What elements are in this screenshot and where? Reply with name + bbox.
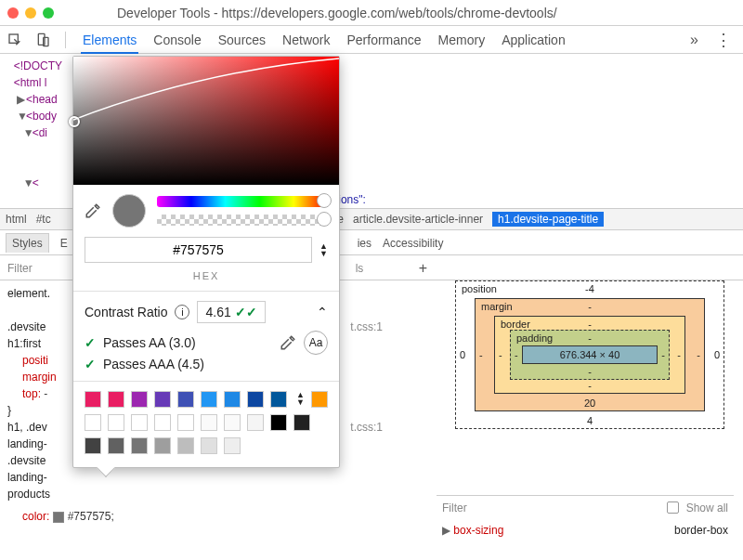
palette-swatch[interactable] <box>311 391 328 408</box>
crumb-html[interactable]: html <box>6 213 27 226</box>
computed-filter-input[interactable]: Filter <box>442 501 467 514</box>
palette-swatch[interactable] <box>108 437 124 454</box>
ls-fragment: ls <box>356 262 364 275</box>
device-toggle-icon[interactable] <box>35 33 50 47</box>
palette-swatch[interactable] <box>177 391 194 408</box>
traffic-lights <box>7 7 54 19</box>
tab-memory[interactable]: Memory <box>437 33 488 47</box>
palette-swatch[interactable] <box>85 414 101 431</box>
tab-application[interactable]: Application <box>500 33 567 47</box>
format-toggle[interactable]: ▲▼ <box>319 242 328 257</box>
palette-swatch[interactable] <box>270 414 287 431</box>
overflow-tabs-icon[interactable]: » <box>690 32 698 48</box>
color-palette: ▲▼ <box>73 382 339 467</box>
show-all-label: Show all <box>686 501 728 514</box>
contrast-section: Contrast Ratio i 4.61 ✓✓ ⌃ ✓ Passes AA (… <box>73 292 339 381</box>
palette-page-toggle[interactable]: ▲▼ <box>296 391 305 408</box>
palette-swatch[interactable] <box>131 414 148 431</box>
filter-input[interactable]: Filter <box>0 262 40 275</box>
color-swatch[interactable] <box>53 512 64 523</box>
show-all-checkbox[interactable] <box>667 501 679 514</box>
subtab-accessibility[interactable]: Accessibility <box>383 237 443 250</box>
subtab-styles[interactable]: Styles <box>6 233 49 253</box>
minimize-window-button[interactable] <box>25 7 36 19</box>
palette-swatch[interactable] <box>201 437 217 454</box>
contrast-ratio-value: 4.61 ✓✓ <box>197 301 265 323</box>
palette-swatch[interactable] <box>154 414 171 431</box>
check-icon: ✓ <box>85 357 96 371</box>
hex-label: HEX <box>73 270 339 291</box>
palette-swatch[interactable] <box>293 414 310 431</box>
subtab-event[interactable]: E <box>60 237 68 250</box>
palette-swatch[interactable] <box>224 414 241 431</box>
text-preview-icon[interactable]: Aa <box>304 331 328 355</box>
color-picker-popup: ▲▼ HEX Contrast Ratio i 4.61 ✓✓ ⌃ ✓ Pass… <box>72 56 340 468</box>
passes-aaa: Passes AAA (4.5) <box>103 357 204 371</box>
palette-swatch[interactable] <box>131 437 148 454</box>
tab-console[interactable]: Console <box>151 33 202 47</box>
current-color-preview <box>112 194 146 228</box>
tab-network[interactable]: Network <box>280 33 332 47</box>
crumb-article[interactable]: article.devsite-article-inner <box>353 213 483 226</box>
box-content: 676.344 × 40 <box>522 345 658 364</box>
tab-sources[interactable]: Sources <box>216 33 267 47</box>
check-icon: ✓ <box>85 335 96 350</box>
palette-swatch[interactable] <box>247 391 264 408</box>
subtab-properties[interactable]: ies <box>358 237 372 250</box>
crumb-tc[interactable]: #tc <box>36 213 51 226</box>
contrast-expand-icon[interactable]: ⌃ <box>317 305 328 319</box>
tab-elements[interactable]: Elements <box>81 33 138 54</box>
box-model[interactable]: position -4040 margin --20- border ---- … <box>455 280 724 475</box>
palette-swatch[interactable] <box>224 437 241 454</box>
hue-handle[interactable] <box>317 193 332 208</box>
palette-swatch[interactable] <box>154 391 171 408</box>
palette-swatch[interactable] <box>154 437 171 454</box>
devtools-toolbar: Elements Console Sources Network Perform… <box>0 26 743 54</box>
sv-cursor[interactable] <box>69 116 80 127</box>
inspect-icon[interactable] <box>7 33 22 47</box>
palette-swatch[interactable] <box>108 391 124 408</box>
pick-bg-eyedropper-icon[interactable] <box>280 334 296 351</box>
color-property[interactable]: color: <box>7 510 49 523</box>
palette-swatch[interactable] <box>85 437 101 454</box>
saturation-value-area[interactable] <box>73 57 339 185</box>
palette-swatch[interactable] <box>108 414 124 431</box>
hex-input[interactable] <box>85 237 312 263</box>
palette-swatch[interactable] <box>177 414 194 431</box>
palette-swatch[interactable] <box>177 437 194 454</box>
alpha-handle[interactable] <box>317 212 332 227</box>
close-window-button[interactable] <box>7 7 19 19</box>
passes-aa: Passes AA (3.0) <box>103 335 196 350</box>
contrast-ratio-label: Contrast Ratio <box>85 305 167 319</box>
separator <box>65 32 66 48</box>
maximize-window-button[interactable] <box>43 7 54 19</box>
palette-swatch[interactable] <box>201 391 217 408</box>
palette-swatch[interactable] <box>224 391 241 408</box>
tab-performance[interactable]: Performance <box>345 33 423 47</box>
crumb-selected[interactable]: h1.devsite-page-title <box>492 212 604 227</box>
info-icon[interactable]: i <box>175 305 189 319</box>
palette-swatch[interactable] <box>131 391 148 408</box>
new-rule-button[interactable]: + <box>419 260 427 277</box>
palette-swatch[interactable] <box>270 391 287 408</box>
devtools-menu-icon[interactable]: ⋮ <box>711 30 736 50</box>
eyedropper-icon[interactable] <box>85 202 101 219</box>
window-title: Developer Tools - https://developers.goo… <box>117 6 557 20</box>
alpha-slider[interactable] <box>157 215 328 226</box>
palette-swatch[interactable] <box>247 414 264 431</box>
window-titlebar: Developer Tools - https://developers.goo… <box>0 0 743 26</box>
computed-filter-row: Filter Show all <box>437 495 734 519</box>
palette-swatch[interactable] <box>201 414 217 431</box>
palette-swatch[interactable] <box>85 391 101 408</box>
hue-slider[interactable] <box>157 196 328 207</box>
computed-property[interactable]: ▶ box-sizing border-box <box>437 520 734 540</box>
